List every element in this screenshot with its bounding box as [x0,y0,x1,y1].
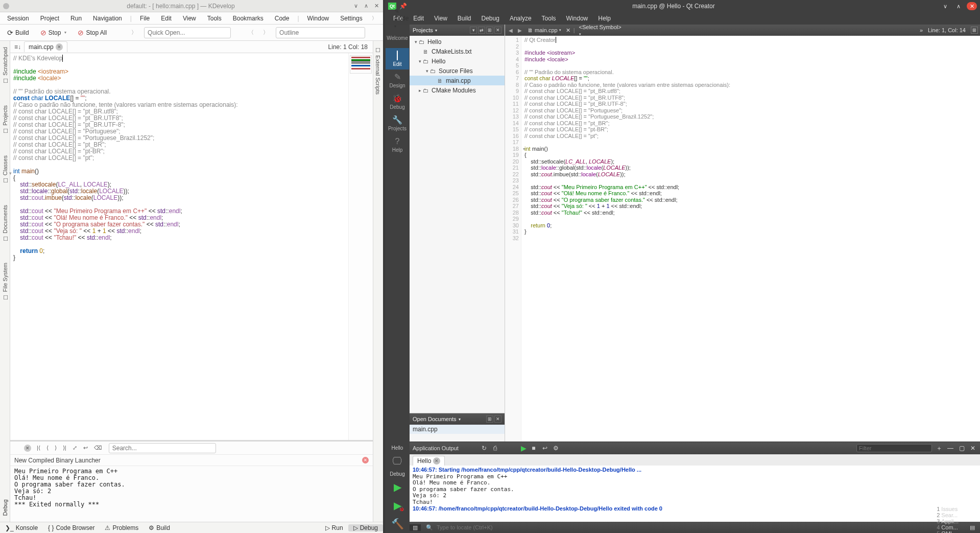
bottom-build[interactable]: ⚙Build [144,524,175,531]
close-tab-icon[interactable]: ✕ [56,43,63,51]
minimap[interactable] [348,53,373,440]
bottom-konsole[interactable]: ❯_Konsole [0,524,43,531]
mode-help[interactable]: ?Help [386,134,409,155]
close-button[interactable]: ✕ [967,2,977,10]
stop-icon[interactable]: ■ [530,445,538,452]
kit-icon[interactable]: 🖵 [389,455,405,467]
wrap-icon[interactable]: ↩ [82,445,89,451]
editor-tab[interactable]: main.cpp ✕ [24,41,67,52]
menu-code[interactable]: Code [270,13,295,24]
launcher-close-icon[interactable]: ✕ [362,457,369,464]
outline-next-icon[interactable]: 〉 [261,29,271,36]
close-pane-icon[interactable]: ✕ [494,415,501,423]
menu-debug[interactable]: Debug [476,13,505,24]
toggle-output-icon[interactable]: ▤ [965,524,980,531]
split-icon[interactable]: ⊞ [486,27,493,34]
last-icon[interactable]: ⟩| [61,445,68,451]
fold-arrow-icon[interactable]: ▾ [9,171,12,176]
menu-project[interactable]: Project [35,13,64,24]
prev-icon[interactable]: ⟨ [45,445,50,451]
project-tree[interactable]: ▾🗀Hello 🗎CMakeLists.txt ▾🗀Hello ▾🗀Source… [410,36,505,413]
output-tab[interactable]: Hello ✕ [413,456,445,466]
menu-edit[interactable]: Edit [156,13,177,24]
open-docs-header[interactable]: Open Documents▾ ⊞ ✕ [410,413,505,425]
sidebar-header[interactable]: Projects▾ ▾ ⇄ ⊞ ✕ [410,25,505,36]
bottom-debug[interactable]: ▷Debug [348,524,383,531]
build-config[interactable]: Debug [390,471,404,477]
filter-icon[interactable]: ▾ [470,27,477,34]
clear-icon[interactable]: ⌫ [92,445,104,451]
nav-fwd-icon[interactable]: ▶ [516,28,523,33]
attach-icon[interactable]: ⎙ [491,445,499,452]
sort-tabs-icon[interactable]: ≡↓ [11,43,24,51]
menu-run[interactable]: Run [65,13,87,24]
menu-bookmarks[interactable]: Bookmarks [228,13,269,24]
quick-open-input[interactable] [144,27,231,38]
left-tab-file-system[interactable]: ☐ File System [2,260,8,304]
pane-1[interactable]: 1 Issues [931,506,965,512]
maximize-button[interactable]: ∧ [363,3,370,10]
pane-2[interactable]: 2 Sear... [931,512,965,518]
pane-5[interactable]: 5 QML ... [931,530,965,533]
menu-file[interactable]: File [135,13,155,24]
build-target[interactable]: Hello [392,445,403,451]
more-icon[interactable]: 〉 [370,15,379,22]
mode-edit[interactable]: Edit [386,48,409,69]
split-icon[interactable]: ⊞ [486,415,493,423]
add-icon[interactable]: ＋ [935,444,943,453]
maximize-output-icon[interactable]: ▢ [958,445,966,452]
debug-button[interactable]: ▶🐞 [389,499,405,512]
doc-selector[interactable]: 🗎main.cpp▾ [525,27,563,33]
menu-help[interactable]: Help [593,13,616,24]
split-editor-icon[interactable]: ⊞ [971,27,978,34]
close-doc-icon[interactable]: ✕ [565,27,571,34]
minimize-output-icon[interactable]: — [946,445,954,452]
open-docs-list[interactable]: main.cpp [410,425,505,442]
minimize-button[interactable]: ∨ [940,2,950,10]
output-filter-input[interactable] [856,444,932,452]
first-icon[interactable]: |⟨ [35,445,42,451]
menu-build[interactable]: Build [452,13,476,24]
menu-tools[interactable]: Tools [202,13,227,24]
bottom-problems[interactable]: ⚠Problems [100,524,144,531]
settings-icon[interactable]: ⚙ [552,445,560,452]
run-button[interactable]: ▶ [389,481,405,493]
menu-session[interactable]: Session [2,13,34,24]
pane-4[interactable]: 4 Com... [931,524,965,530]
menu-view[interactable]: View [429,13,452,24]
panel-close-icon[interactable]: ✕ [24,445,31,452]
bottom-code-browser[interactable]: { }Code Browser [43,524,100,531]
toggle-sidebar-icon[interactable]: ▥ [410,524,421,531]
mode-debug[interactable]: 🐞Debug [386,91,409,112]
minimize-button[interactable]: ∨ [352,3,360,10]
menu-tools[interactable]: Tools [537,13,561,24]
code-tool[interactable]: ✎ Code ▾ [389,6,414,31]
kdevelop-titlebar[interactable]: default: - [ hello:main.cpp ] — KDevelop… [0,0,383,12]
stop-button[interactable]: ⊘Stop▾ [37,28,70,38]
left-tab-scratchpad[interactable]: ☐ Scratchpad [2,44,8,87]
nav-forward-icon[interactable]: 〉 [129,29,139,36]
menu-view[interactable]: View [178,13,201,24]
bottom-run[interactable]: ▷Run [320,524,348,531]
outline-prev-icon[interactable]: 〈 [246,29,256,36]
close-pane-icon[interactable]: ✕ [494,27,501,34]
outline-input[interactable] [276,27,365,38]
qtcreator-titlebar[interactable]: Qt 📌 main.cpp @ Hello - Qt Creator ∨ ∧ ✕ [385,0,980,12]
close-tab-icon[interactable]: ✕ [433,457,440,465]
mode-projects[interactable]: 🔧Projects [386,112,409,134]
sync-icon[interactable]: ⇄ [478,27,485,34]
menu-navigation[interactable]: Navigation [88,13,127,24]
menu-analyze[interactable]: Analyze [505,13,537,24]
wrap-icon[interactable]: ↩ [541,445,549,452]
code-editor[interactable]: ▾ // KDE's Kdevelop #include <iostream>#… [10,53,373,440]
stop-all-button[interactable]: ⊘Stop All [75,28,110,38]
next-icon[interactable]: ⟩ [53,445,58,451]
menu-window[interactable]: Window [302,13,334,24]
close-output-icon[interactable]: ✕ [969,445,977,452]
left-tab-documents[interactable]: ☐ Documents [2,202,8,245]
run-icon[interactable]: ▶ [521,444,527,452]
build-button[interactable]: ⟳Build [4,28,32,38]
pane-3[interactable]: 3 Appli... [931,518,965,524]
build-button[interactable]: 🔨 [389,518,405,530]
maximize-button[interactable]: ∧ [953,2,964,10]
